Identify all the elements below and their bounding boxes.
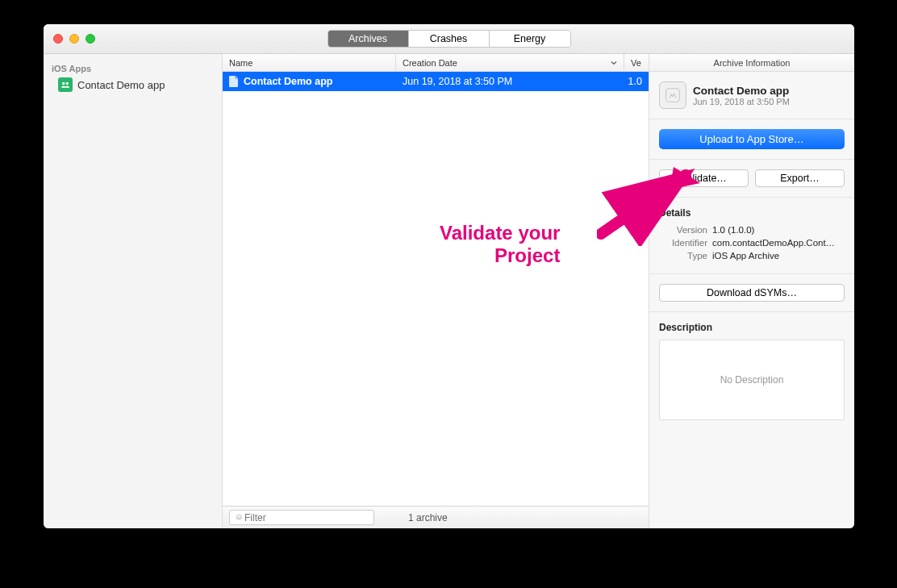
- version-value: 1.0 (1.0.0): [712, 225, 845, 235]
- download-dsyms-button[interactable]: Download dSYMs…: [659, 284, 845, 302]
- list-footer: 1 archive: [223, 506, 649, 528]
- upload-to-app-store-button[interactable]: Upload to App Store…: [659, 129, 845, 149]
- column-creation-date[interactable]: Creation Date: [396, 54, 624, 71]
- app-icon: [58, 77, 73, 92]
- tab-archives[interactable]: Archives: [328, 31, 409, 47]
- inspector-header: Archive Information: [649, 54, 854, 72]
- type-label: Type: [659, 251, 707, 261]
- table-header: Name Creation Date Ve: [223, 54, 649, 72]
- row-date: Jun 19, 2018 at 3:50 PM: [396, 76, 622, 87]
- sidebar-item-label: Contact Demo app: [77, 79, 165, 91]
- inspector-panel: Archive Information Contact Demo app Jun…: [649, 54, 854, 528]
- tab-crashes[interactable]: Crashes: [409, 31, 490, 47]
- validate-button[interactable]: Validate…: [659, 169, 749, 187]
- minimize-window-button[interactable]: [69, 34, 79, 44]
- column-version[interactable]: Ve: [624, 54, 649, 71]
- archive-list: Name Creation Date Ve Contact Demo app: [223, 54, 649, 528]
- column-name[interactable]: Name: [223, 54, 396, 71]
- svg-point-0: [62, 82, 65, 85]
- archive-summary: Contact Demo app Jun 19, 2018 at 3:50 PM: [649, 72, 854, 119]
- archive-date: Jun 19, 2018 at 3:50 PM: [693, 97, 790, 106]
- no-description-placeholder: No Description: [720, 374, 784, 386]
- tab-energy[interactable]: Energy: [490, 31, 570, 47]
- filter-input[interactable]: [244, 512, 369, 523]
- column-date-label: Creation Date: [403, 58, 457, 68]
- traffic-lights: [44, 34, 95, 44]
- table-row[interactable]: Contact Demo app Jun 19, 2018 at 3:50 PM…: [223, 72, 649, 91]
- table-body: Contact Demo app Jun 19, 2018 at 3:50 PM…: [223, 72, 649, 506]
- export-button[interactable]: Export…: [755, 169, 845, 187]
- description-box[interactable]: No Description: [659, 340, 845, 420]
- sidebar: iOS Apps Contact Demo app: [44, 54, 223, 528]
- archive-title: Contact Demo app: [693, 85, 790, 97]
- filter-field[interactable]: [229, 510, 374, 525]
- filter-icon: [235, 513, 244, 523]
- row-name: Contact Demo app: [244, 76, 332, 87]
- identifier-value: com.contactDemoApp.Cont…: [712, 238, 845, 248]
- tab-segmented-control: Archives Crashes Energy: [328, 30, 571, 48]
- identifier-label: Identifier: [659, 238, 707, 248]
- svg-point-1: [66, 82, 69, 85]
- type-value: iOS App Archive: [712, 251, 845, 261]
- window-body: iOS Apps Contact Demo app Name Creation …: [44, 54, 854, 528]
- svg-rect-3: [666, 89, 680, 102]
- titlebar: Archives Crashes Energy: [44, 24, 854, 54]
- document-icon: [229, 76, 239, 87]
- description-section-title: Description: [659, 322, 845, 333]
- footer-status: 1 archive: [408, 512, 448, 523]
- sidebar-section-header: iOS Apps: [44, 60, 222, 75]
- version-label: Version: [659, 225, 707, 235]
- close-window-button[interactable]: [53, 34, 63, 44]
- organizer-window: Archives Crashes Energy iOS Apps Contact…: [44, 24, 854, 528]
- sidebar-item-contact-demo[interactable]: Contact Demo app: [44, 75, 222, 94]
- archive-app-icon: [659, 81, 686, 109]
- row-version: 1.0: [622, 76, 649, 87]
- zoom-window-button[interactable]: [86, 34, 95, 44]
- sort-indicator-icon: [611, 58, 617, 68]
- details-section-title: Details: [659, 207, 845, 219]
